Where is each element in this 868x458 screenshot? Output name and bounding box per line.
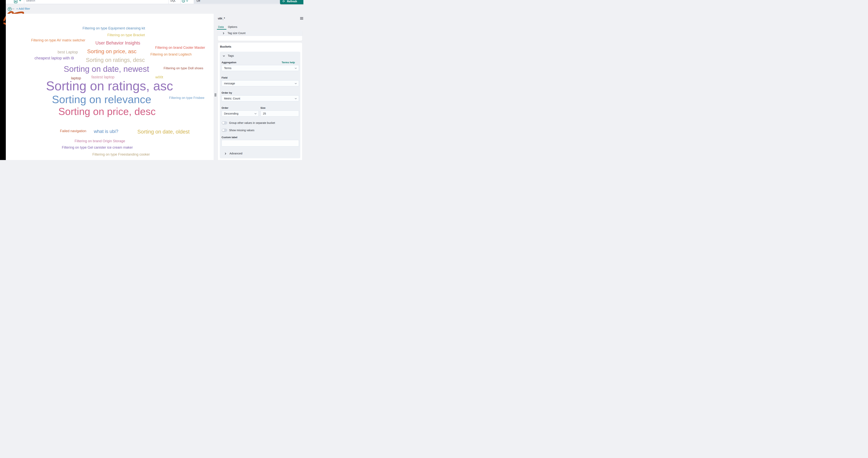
metric-accordion-label: Tag size Count [227, 32, 246, 35]
group-other-toggle[interactable] [222, 121, 227, 124]
tag-cloud-word[interactable]: best Laptop [58, 50, 78, 54]
drag-handle-icon[interactable] [215, 93, 216, 96]
tag-cloud-word[interactable]: Filtering on type Frisbee [169, 96, 204, 99]
saved-query-icon[interactable] [14, 0, 22, 3]
tag-cloud-word[interactable]: Filtering on type Gel canister ice cream… [62, 146, 133, 149]
refresh-button[interactable]: ⟳ Refresh [280, 0, 303, 4]
tag-cloud-word[interactable]: Filtering on brand Cooler Master [155, 46, 205, 49]
tag-cloud: Filtering on type Equipment cleansing ki… [6, 14, 214, 160]
query-bar: Search DQL Off [6, 0, 303, 4]
tab-data[interactable]: Data [218, 25, 224, 28]
filter-bar: + Add filter [6, 4, 303, 14]
custom-label-input[interactable] [221, 140, 299, 147]
tag-cloud-word[interactable]: Sorting on ratings, desc [86, 57, 145, 63]
tag-cloud-word[interactable]: Filtering on brand Origin Storage [74, 139, 125, 143]
time-filter-field[interactable]: Off [194, 0, 284, 4]
aggregation-label: Aggregation [221, 61, 237, 64]
hamburger-menu-icon[interactable] [300, 17, 303, 20]
size-input[interactable] [260, 111, 299, 117]
chevron-down-icon [254, 113, 256, 114]
chevron-down-icon [186, 0, 188, 1]
chevron-down-icon [19, 0, 21, 1]
buckets-card: Buckets Tags Aggregation Terms help Term… [218, 43, 302, 160]
terms-help-link[interactable]: Terms help [282, 61, 295, 64]
chevron-down-icon [295, 83, 297, 84]
divider [24, 0, 24, 4]
order-label: Order [221, 106, 228, 109]
tag-cloud-word[interactable]: Sorting on date, newest [64, 65, 149, 73]
search-input[interactable]: Search [26, 0, 35, 2]
size-label: Size [260, 106, 266, 109]
tag-cloud-word[interactable]: cheapest laptop with i9 [34, 56, 74, 60]
chevron-down-icon [295, 67, 297, 69]
tag-cloud-word[interactable]: Filtering on type Freestanding cooker [92, 153, 150, 156]
tag-cloud-word[interactable]: Sorting on price, asc [87, 49, 136, 54]
filter-pin-dash [12, 9, 14, 9]
field-select[interactable]: message [221, 80, 299, 86]
order-by-select[interactable]: Metric: Count [221, 95, 299, 101]
tag-cloud-word[interactable]: Filtering on type Equipment cleansing ki… [83, 27, 145, 30]
time-filter-value: Off [196, 0, 200, 2]
group-other-toggle-label: Group other values in separate bucket [229, 121, 275, 124]
tag-cloud-word[interactable]: w00t [155, 75, 163, 79]
show-missing-toggle-label: Show missing values [229, 129, 254, 132]
show-missing-toggle[interactable] [222, 129, 227, 132]
index-pattern-title: ubi_* [218, 17, 225, 20]
refresh-icon: ⟳ [282, 0, 285, 3]
chevron-down-icon [295, 98, 297, 99]
chevron-right-icon [225, 152, 226, 155]
tag-cloud-word[interactable]: Sorting on date, oldest [137, 129, 190, 134]
tag-cloud-word[interactable]: fastest laptop [92, 75, 115, 79]
tag-cloud-word[interactable]: Filtering on brand Logitech [150, 53, 191, 56]
buckets-heading: Buckets [220, 45, 231, 48]
metrics-card: Tag size Count [218, 30, 302, 41]
add-filter-link[interactable]: + Add filter [16, 7, 30, 10]
aggregation-select[interactable]: Terms [221, 65, 299, 71]
tag-cloud-word[interactable]: Filtering on type AV matrix switcher [31, 38, 85, 42]
tag-cloud-word[interactable]: what is ubi? [94, 129, 118, 134]
order-select[interactable]: Descending [221, 111, 259, 117]
chevron-right-icon [223, 32, 224, 34]
tags-accordion-label[interactable]: Tags [228, 54, 234, 57]
tag-cloud-word[interactable]: Filtering on type Doll shoes [163, 67, 203, 70]
tag-cloud-word[interactable]: Sorting on relevance [52, 94, 151, 105]
field-label: Field [221, 76, 227, 79]
tag-cloud-word[interactable]: Failed navigation [60, 129, 86, 133]
custom-label-label: Custom label [221, 136, 238, 139]
tags-bucket-panel: Tags Aggregation Terms help Terms Field … [220, 52, 300, 158]
chevron-down-icon[interactable] [223, 55, 225, 57]
tab-options[interactable]: Options [228, 25, 237, 28]
app-window: Search DQL Off ⟳ Refresh + Add filter [0, 0, 303, 160]
tag-cloud-word[interactable]: User Behavior Insights [95, 41, 140, 45]
advanced-accordion[interactable]: Advanced [229, 152, 243, 155]
dql-button[interactable]: DQL [170, 0, 176, 2]
tag-cloud-word[interactable]: Sorting on ratings, asc [46, 80, 173, 92]
panel-resizer[interactable] [214, 14, 218, 160]
active-tab-underline [217, 29, 226, 30]
metric-accordion-tag-size[interactable]: Tag size Count [218, 30, 302, 36]
order-by-label: Order by [221, 91, 232, 94]
tag-cloud-word[interactable]: Filtering on type Bracket [107, 33, 145, 37]
tag-cloud-word[interactable]: Sorting on price, desc [58, 106, 156, 117]
time-picker-button[interactable] [182, 0, 188, 3]
